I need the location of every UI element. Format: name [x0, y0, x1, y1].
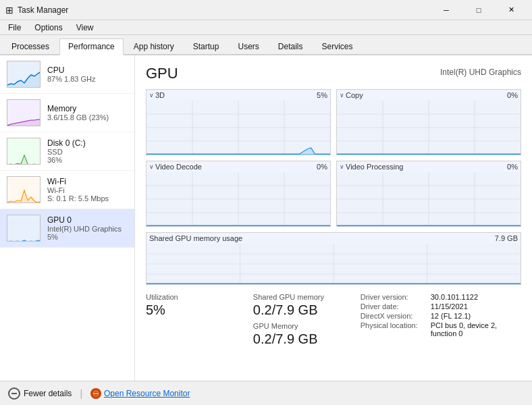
menu-options[interactable]: Options: [29, 22, 68, 34]
menu-bar: File Options View: [0, 20, 532, 35]
cpu-name: CPU: [47, 65, 128, 75]
sidebar-item-disk[interactable]: Disk 0 (C:) SSD 36%: [0, 132, 134, 171]
graph-vp-name: Video Processing: [346, 163, 403, 171]
wifi-mini-graph: [7, 176, 41, 203]
gpu-graph-vp-area: [337, 172, 521, 226]
resource-monitor-label: Open Resource Monitor: [104, 389, 190, 398]
detail-subtitle: Intel(R) UHD Graphics: [440, 68, 521, 77]
shared-gpu-mem-label: Shared GPU memory: [253, 293, 361, 301]
driver-date-row: Driver date: 11/15/2021: [361, 302, 521, 310]
tab-processes[interactable]: Processes: [3, 38, 58, 54]
tab-users[interactable]: Users: [229, 38, 267, 54]
directx-version-val: 12 (FL 12.1): [431, 312, 471, 320]
driver-version-val: 30.0.101.1122: [431, 293, 478, 301]
memory-mini-graph: [7, 99, 41, 126]
chevron-vd: ∨: [149, 163, 154, 170]
fewer-details-label: Fewer details: [24, 389, 72, 398]
gpu-graph-copy-label: ∨ Copy 0%: [337, 90, 521, 101]
graph-3d-name: 3D: [155, 91, 165, 99]
driver-version-row: Driver version: 30.0.101.1122: [361, 293, 521, 301]
title-bar: ⊞ Task Manager ─ □ ✕: [0, 0, 532, 20]
open-resource-monitor-button[interactable]: Open Resource Monitor: [90, 388, 190, 399]
sidebar-item-cpu[interactable]: CPU 87% 1.83 GHz: [0, 55, 134, 94]
sidebar-item-gpu[interactable]: GPU 0 Intel(R) UHD Graphics 5%: [0, 209, 134, 248]
utilization-label: Utilization: [146, 293, 253, 301]
cpu-stats: 87% 1.83 GHz: [47, 75, 128, 83]
gpu-graph-copy-area: [337, 101, 521, 155]
gpu-info: GPU 0 Intel(R) UHD Graphics 5%: [47, 215, 128, 241]
tab-services[interactable]: Services: [313, 38, 362, 54]
graph-3d-pct: 5%: [317, 91, 327, 99]
disk-pct: 36%: [47, 156, 128, 164]
detail-header: GPU Intel(R) UHD Graphics: [146, 65, 521, 82]
shared-gpu-mem-value: 0.2/7.9 GB: [253, 302, 361, 318]
cpu-info: CPU 87% 1.83 GHz: [47, 65, 128, 83]
disk-info: Disk 0 (C:) SSD 36%: [47, 138, 128, 164]
driver-info: Driver version: 30.0.101.1122 Driver dat…: [361, 293, 521, 347]
gpu-mem-value: 0.2/7.9 GB: [253, 331, 361, 347]
menu-view[interactable]: View: [71, 22, 99, 34]
gpu-graph-videoprocessing: ∨ Video Processing 0%: [336, 161, 521, 227]
gpu-graphs-grid: ∨ 3D 5%: [146, 89, 521, 227]
graph-copy-name: Copy: [346, 91, 363, 99]
sidebar-item-memory[interactable]: Memory 3.6/15.8 GB (23%): [0, 94, 134, 132]
shared-mem-section: Shared GPU memory usage 7.9 GB: [146, 232, 521, 285]
svg-rect-5: [7, 215, 41, 242]
graph-vp-pct: 0%: [507, 163, 518, 171]
minimize-button[interactable]: ─: [431, 0, 462, 20]
detail-title: GPU: [146, 65, 178, 82]
detail-panel: GPU Intel(R) UHD Graphics ∨ 3D 5%: [135, 55, 532, 381]
memory-name: Memory: [47, 104, 128, 113]
gpu-pct: 5%: [47, 233, 128, 241]
stats-section: Utilization 5% Shared GPU memory 0.2/7.9…: [146, 293, 521, 347]
driver-version-key: Driver version:: [361, 293, 428, 301]
graph-vd-pct: 0%: [317, 163, 327, 171]
physical-location-row: Physical location: PCI bus 0, device 2, …: [361, 321, 521, 338]
disk-mini-graph: [7, 138, 41, 165]
shared-mem-label: Shared GPU memory usage 7.9 GB: [147, 233, 521, 244]
tab-startup[interactable]: Startup: [184, 38, 228, 54]
gpu-graph-3d-label: ∨ 3D 5%: [147, 90, 330, 101]
disk-type: SSD: [47, 148, 128, 156]
maximize-button[interactable]: □: [463, 0, 494, 20]
app-icon: ⊞: [5, 5, 14, 16]
disk-name: Disk 0 (C:): [47, 138, 128, 148]
menu-file[interactable]: File: [3, 22, 26, 34]
shared-mem-graph: [147, 244, 521, 284]
physical-location-val: PCI bus 0, device 2, function 0: [431, 321, 521, 338]
sidebar-item-wifi[interactable]: Wi-Fi Wi-Fi S: 0.1 R: 5.5 Mbps: [0, 171, 134, 209]
driver-date-key: Driver date:: [361, 302, 428, 310]
gpu-mem-label: GPU Memory: [253, 322, 361, 330]
gpu-name: GPU 0: [47, 215, 128, 225]
gpu-graph-vd-area: [147, 172, 330, 226]
main-content: CPU 87% 1.83 GHz Memory 3.6/15.8 GB (23%…: [0, 55, 532, 381]
utilization-value: 5%: [146, 302, 253, 318]
wifi-name: Wi-Fi: [47, 177, 128, 186]
chevron-copy: ∨: [340, 92, 344, 99]
stat-shared-mem: Shared GPU memory 0.2/7.9 GB GPU Memory …: [253, 293, 361, 347]
gpu-graph-3d: ∨ 3D 5%: [146, 89, 331, 155]
app-title: Task Manager: [18, 5, 68, 15]
close-button[interactable]: ✕: [496, 0, 527, 20]
tab-details[interactable]: Details: [269, 38, 312, 54]
graph-vd-name: Video Decode: [155, 163, 202, 171]
wifi-speed: S: 0.1 R: 5.5 Mbps: [47, 194, 128, 202]
tab-bar: Processes Performance App history Startu…: [0, 35, 532, 55]
graph-copy-pct: 0%: [507, 91, 518, 99]
sidebar: CPU 87% 1.83 GHz Memory 3.6/15.8 GB (23%…: [0, 55, 135, 381]
tab-app-history[interactable]: App history: [125, 38, 183, 54]
tab-performance[interactable]: Performance: [59, 38, 124, 55]
fewer-details-button[interactable]: Fewer details: [8, 387, 72, 400]
fewer-details-icon: [8, 387, 20, 400]
gpu-graph-videodecode: ∨ Video Decode 0%: [146, 161, 331, 227]
resource-monitor-icon: [90, 388, 101, 399]
gpu-graph-videodecode-label: ∨ Video Decode 0%: [147, 161, 330, 172]
physical-location-key: Physical location:: [361, 321, 428, 338]
driver-date-val: 11/15/2021: [431, 302, 468, 310]
gpu-graph-copy: ∨ Copy 0%: [336, 89, 521, 155]
chevron-3d: ∨: [149, 92, 154, 99]
bottom-separator: |: [80, 388, 82, 399]
memory-stats: 3.6/15.8 GB (23%): [47, 113, 128, 122]
directx-version-row: DirectX version: 12 (FL 12.1): [361, 312, 521, 320]
wifi-type: Wi-Fi: [47, 186, 128, 194]
